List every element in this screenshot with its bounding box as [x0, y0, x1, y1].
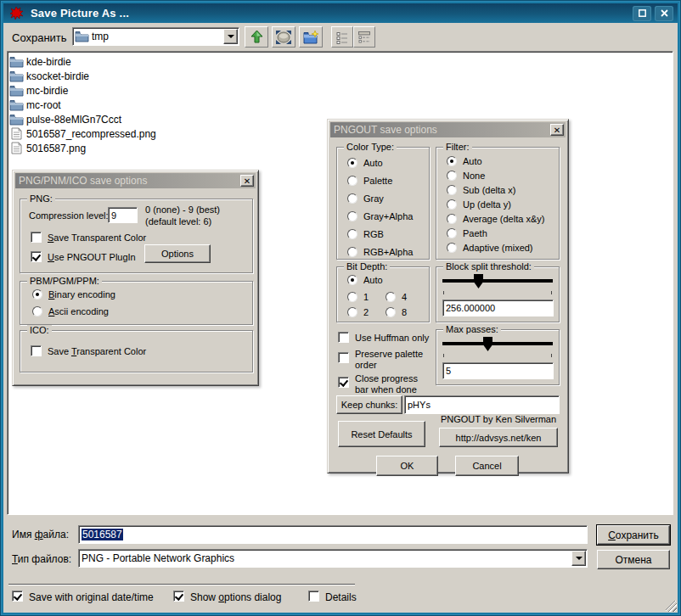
use-huffman-checkbox[interactable] [338, 332, 349, 343]
keep-chunks-input[interactable]: pHYs [404, 395, 560, 414]
keep-chunks-button[interactable]: Keep chunks: [336, 395, 402, 414]
file-list-item[interactable]: mc-birdie [9, 83, 671, 98]
pngout-dialog-titlebar[interactable]: PNGOUT save options ✕ [330, 122, 566, 137]
max-passes-group: Max passes: 5 [436, 329, 560, 385]
filetype-value: PNG - Portable Network Graphics [82, 552, 234, 564]
cancel-button[interactable]: Отмена [597, 550, 670, 569]
details-checkbox[interactable] [308, 591, 319, 602]
separator [8, 584, 355, 585]
filter-adaptive-radio[interactable] [447, 243, 457, 253]
ico-save-transparent-checkbox[interactable] [31, 345, 42, 356]
reset-defaults-button[interactable]: Reset Defaults [338, 421, 425, 447]
folder-icon [9, 56, 24, 68]
pngout-cancel-button[interactable]: Cancel [455, 456, 519, 476]
preserve-palette-checkbox[interactable] [338, 352, 349, 363]
folder-icon [9, 99, 24, 111]
block-split-slider-thumb[interactable] [474, 274, 483, 288]
ascii-encoding-label: Ascii encoding [48, 306, 109, 316]
filter-sub-radio[interactable] [447, 185, 457, 195]
list-view-button[interactable] [331, 26, 353, 48]
list-view-icon [335, 31, 349, 44]
filter-paeth-radio[interactable] [447, 228, 457, 238]
pngout-ok-button[interactable]: OK [376, 456, 438, 476]
filetype-label: Тип файлов: [12, 553, 71, 565]
bitdepth-auto-radio[interactable] [347, 275, 357, 285]
color-palette-radio[interactable] [347, 176, 357, 186]
file-list-item[interactable]: kde-birdie [9, 54, 671, 69]
ico-group-legend: ICO: [27, 325, 52, 335]
bitdepth-8-radio[interactable] [386, 307, 396, 317]
color-gray-radio[interactable] [347, 193, 357, 204]
use-pngout-checkbox[interactable] [31, 251, 42, 262]
block-split-input[interactable]: 256.000000 [442, 300, 554, 316]
new-folder-button[interactable] [299, 26, 323, 48]
show-options-dialog-label: Show options dialog [190, 591, 281, 603]
new-folder-icon [303, 31, 318, 44]
png-group-legend: PNG: [27, 193, 55, 204]
png-dialog-close-button[interactable]: ✕ [240, 175, 254, 187]
save-original-datetime-checkbox[interactable] [12, 591, 23, 602]
folder-icon [9, 85, 24, 97]
pngout-link-button[interactable]: http://advsys.net/ken [439, 428, 558, 447]
close-icon [661, 9, 668, 17]
filter-legend: Filter: [443, 142, 472, 152]
color-auto-radio[interactable] [347, 158, 357, 168]
show-options-dialog-checkbox[interactable] [173, 591, 184, 602]
bitdepth-2-radio[interactable] [347, 307, 357, 317]
bitdepth-1-radio[interactable] [347, 292, 357, 302]
filter-average-radio[interactable] [447, 214, 457, 224]
maximize-button[interactable] [633, 6, 651, 21]
details-view-button[interactable] [353, 26, 375, 48]
color-gray-alpha-radio[interactable] [347, 211, 357, 221]
up-one-level-button[interactable] [245, 26, 268, 48]
compression-level-label: Compression level: [29, 210, 109, 221]
binary-encoding-radio[interactable] [32, 289, 42, 300]
color-rgb-radio[interactable] [347, 229, 357, 239]
pngout-dialog-close-button[interactable]: ✕ [550, 124, 564, 136]
resize-grip[interactable] [666, 601, 677, 612]
save-transparent-label: Save Transparent Color [48, 232, 146, 243]
save-transparent-checkbox[interactable] [31, 232, 42, 243]
window-title: Save Picture As ... [31, 7, 129, 20]
filetype-dropdown-arrow[interactable] [571, 551, 586, 566]
folder-icon [9, 114, 24, 126]
file-icon [9, 127, 24, 140]
block-split-slider[interactable] [442, 274, 553, 294]
filter-none-radio[interactable] [447, 171, 457, 181]
bitdepth-4-radio[interactable] [386, 292, 396, 302]
ascii-encoding-radio[interactable] [32, 306, 42, 316]
filter-auto-radio[interactable] [447, 156, 457, 166]
save-button[interactable]: Сохранить [597, 525, 670, 545]
file-list-item[interactable]: ksocket-birdie [9, 69, 671, 83]
max-passes-input[interactable]: 5 [442, 362, 554, 379]
file-list-item[interactable]: mc-root [9, 98, 671, 112]
pbm-group-legend: PBM/PGM/PPM: [27, 276, 102, 286]
folder-dropdown-arrow[interactable] [223, 29, 238, 44]
pngout-dialog-title: PNGOUT save options [334, 124, 437, 136]
pngout-options-button[interactable]: Options [144, 244, 211, 263]
file-icon [9, 142, 24, 154]
details-label: Details [325, 591, 357, 603]
bit-depth-group: Bit Depth: Auto 1 4 2 8 [336, 266, 430, 322]
pbm-group: PBM/PGM/PPM: Binary encoding Ascii encod… [20, 281, 253, 325]
filetype-combobox[interactable]: PNG - Portable Network Graphics [78, 549, 588, 568]
max-passes-slider[interactable] [442, 337, 553, 357]
filename-input[interactable]: 5016587 [78, 525, 588, 544]
color-type-group: Color Type: Auto Palette Gray Gray+Alpha… [336, 147, 430, 260]
window-titlebar[interactable]: Save Picture As ... [3, 3, 678, 23]
max-passes-slider-thumb[interactable] [483, 337, 492, 351]
folder-icon [9, 70, 24, 82]
png-dialog-titlebar[interactable]: PNG/PNM/ICO save options ✕ [15, 173, 256, 188]
block-split-legend: Block split threshold: [443, 261, 534, 272]
close-button[interactable] [655, 6, 673, 21]
binary-encoding-label: Binary encoding [48, 289, 115, 300]
close-progress-checkbox[interactable] [338, 377, 349, 388]
color-rgb-alpha-radio[interactable] [347, 247, 357, 257]
filter-up-radio[interactable] [447, 199, 457, 210]
filename-label: Имя файла: [12, 529, 69, 540]
folder-icon [75, 31, 89, 42]
folder-combobox[interactable]: tmp [72, 27, 239, 46]
desktop-button[interactable] [272, 26, 295, 48]
compression-level-input[interactable]: 9 [108, 207, 138, 223]
compression-hint-line1: 0 (none) - 9 (best) [145, 204, 220, 215]
